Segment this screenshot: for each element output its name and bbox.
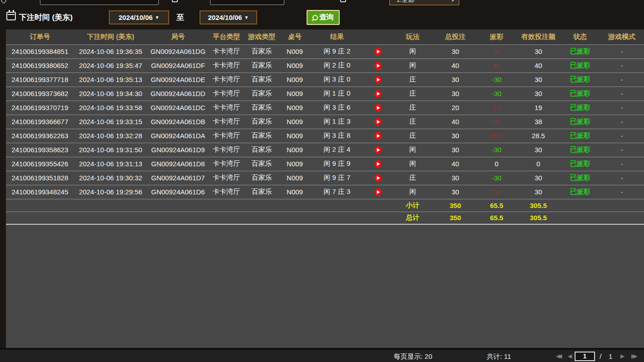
game-mode-cell: - [600,58,644,72]
result-cell: 闲 7 庄 3 [310,185,364,199]
platform-cell: 卡卡湾厅 [209,143,244,157]
game-mode-cell: - [600,72,644,87]
replay-icon[interactable] [375,48,381,56]
status-cell: 已派彩 [561,185,600,199]
game-type-cell: 百家乐 [244,129,279,143]
replay-icon[interactable] [375,188,381,196]
bet-time-cell: 2024-10-06 19:35:13 [74,72,147,87]
col-header-table-no: 桌号 [279,29,310,44]
status-cell: 已派彩 [561,115,600,129]
status-cell: 已派彩 [561,129,600,143]
bet-time-filter-label: 下注时间 (美东) [19,12,73,23]
result-cell: 闲 1 庄 3 [310,115,364,129]
replay-cell [364,171,392,185]
replay-icon[interactable] [375,146,381,154]
subtotal-valid-bet: 305.5 [516,199,561,212]
play-cell: 庄 [392,72,434,87]
play-cell: 庄 [392,115,434,129]
clipboard-icon [340,0,346,2]
total-bet-cell: 20 [434,101,477,115]
bet-records-table-container: 订单号 下注时间 (美东) 局号 平台类型 游戏类型 桌号 结果 玩法 总投注 … [6,29,644,348]
replay-icon[interactable] [375,118,381,126]
filter-dropdown[interactable]: 1.全部 ▼ [389,0,459,5]
game-mode-cell: - [600,171,644,185]
first-page-icon[interactable]: ◀◀ [556,353,560,359]
game-type-cell: 百家乐 [244,72,279,87]
game-type-cell: 百家乐 [244,115,279,129]
payout-cell: 0 [477,157,516,171]
game-mode-cell: - [600,44,644,58]
date-range-to-label: 至 [176,12,184,23]
search-button[interactable]: 查询 [307,10,340,25]
replay-icon[interactable] [375,76,381,84]
order-cell: 241006199348245 [6,185,74,199]
total-pages: 1 [609,352,612,360]
subtotal-payout: 65.5 [477,199,516,212]
result-cell: 闲 3 庄 6 [310,101,364,115]
replay-icon[interactable] [375,104,381,112]
table-no-cell: N009 [279,101,310,115]
grand-total-total-bet: 350 [434,212,477,224]
replay-icon[interactable] [375,132,381,140]
table-no-cell: N009 [279,58,310,72]
round-cell: GN00924A061DB [147,115,209,129]
col-header-game-type: 游戏类型 [244,29,279,44]
bet-time-cell: 2024-10-06 19:31:50 [74,143,147,157]
total-count-label: 共计: 11 [487,352,511,361]
round-cell: GN00924A061DE [147,72,209,87]
game-type-cell: 百家乐 [244,87,279,101]
game-type-cell: 百家乐 [244,44,279,58]
result-cell: 闲 3 庄 0 [310,72,364,87]
round-cell: GN00924A061DA [147,129,209,143]
replay-icon[interactable] [375,62,381,70]
col-header-game-mode: 游戏模式 [600,29,644,44]
game-mode-cell: - [600,115,644,129]
filter-input-2[interactable] [210,0,284,5]
status-cell: 已派彩 [561,87,600,101]
order-cell: 241006199377718 [6,72,74,87]
filter-bar: ◇ 1.全部 ▼ 下注时间 (美东) 2024/10/06 ▼ 至 2024/1… [0,0,644,28]
chevron-down-icon: ▼ [155,15,160,20]
round-cell: GN00924A061D8 [147,157,209,171]
payout-cell: 30 [477,185,516,199]
payout-cell: -30 [477,87,516,101]
chevron-down-icon: ▼ [244,15,249,20]
valid-bet-cell: 19 [516,101,561,115]
play-cell: 闲 [392,58,434,72]
valid-bet-cell: 30 [516,87,561,101]
last-page-icon[interactable]: ▶▶ [631,353,635,359]
platform-cell: 卡卡湾厅 [209,185,244,199]
calendar-icon [6,12,16,20]
table-header-row: 订单号 下注时间 (美东) 局号 平台类型 游戏类型 桌号 结果 玩法 总投注 … [6,29,644,44]
result-cell: 闲 1 庄 0 [310,87,364,101]
filter-input-1[interactable] [40,0,159,5]
filter-dropdown-value: 1.全部 [396,0,415,4]
next-page-icon[interactable]: ▶ [620,353,624,359]
date-from-picker[interactable]: 2024/10/06 ▼ [109,10,169,24]
payout-cell: 19 [477,101,516,115]
date-from-value: 2024/10/06 [119,14,153,21]
play-cell: 闲 [392,143,434,157]
order-cell: 241006199351828 [6,171,74,185]
game-type-cell: 百家乐 [244,157,279,171]
search-button-label: 查询 [319,13,334,22]
game-type-cell: 百家乐 [244,185,279,199]
replay-icon[interactable] [375,90,381,98]
date-to-picker[interactable]: 2024/10/06 ▼ [200,10,257,24]
col-header-round: 局号 [147,29,209,44]
order-cell: 241006199355426 [6,157,74,171]
col-header-total-bet: 总投注 [434,29,477,44]
total-bet-cell: 30 [434,72,477,87]
table-no-cell: N009 [279,115,310,129]
table-row: 2410061993777182024-10-06 19:35:13GN0092… [6,72,644,87]
prev-page-icon[interactable]: ◀ [568,353,572,359]
play-cell: 庄 [392,129,434,143]
round-cell: GN00924A061DC [147,101,209,115]
replay-icon[interactable] [375,174,381,182]
game-mode-cell: - [600,185,644,199]
platform-cell: 卡卡湾厅 [209,72,244,87]
game-mode-cell: - [600,129,644,143]
bet-time-cell: 2024-10-06 19:29:56 [74,185,147,199]
current-page-input[interactable]: 1 [575,352,595,361]
replay-icon[interactable] [375,160,381,168]
